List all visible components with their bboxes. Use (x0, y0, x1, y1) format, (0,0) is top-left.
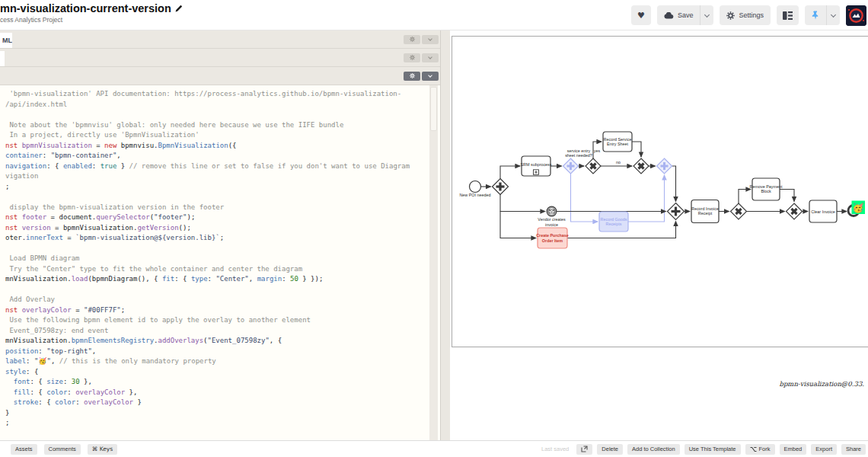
code-line[interactable]: In a project, directly use 'BpmnVisualiz… (5, 130, 429, 141)
code-line[interactable]: mnVisualization.bpmnElementsRegistry.add… (5, 336, 429, 347)
code-line[interactable]: nst footer = document.querySelector("foo… (5, 213, 429, 223)
exclusive-gateway-merge-1[interactable] (633, 158, 649, 174)
pin-menu-button[interactable] (826, 5, 840, 25)
tab-html[interactable]: ML (0, 33, 12, 48)
code-scrollbar[interactable] (429, 85, 438, 440)
editor-settings-button-html[interactable] (404, 35, 420, 44)
code-line[interactable]: nst bpmnVisualization = new bpmnvisu.Bpm… (5, 141, 429, 152)
pen-title-block: mn-visualization-current-version cess An… (0, 2, 183, 24)
delete-button[interactable]: Delete (597, 444, 623, 455)
code-line[interactable]: Event_07598zy: end event (5, 326, 429, 337)
comments-button[interactable]: Comments (44, 444, 81, 455)
task-record-invoice-receipt[interactable]: Record Invoice Receipt (691, 200, 719, 223)
exclusive-gateway-merge-2[interactable] (787, 203, 803, 219)
like-button[interactable]: ♥ (631, 5, 651, 25)
code-line[interactable]: Add Overlay (5, 295, 429, 305)
parallel-gateway-split[interactable] (493, 179, 509, 195)
code-line[interactable]: font: { size: 30 }, (5, 377, 429, 388)
code-line[interactable]: display the bpmn-visualization version i… (5, 203, 429, 213)
version-footer: bpmn-visualization@0.33. (779, 380, 864, 388)
start-event[interactable]: New POI needed (459, 181, 490, 198)
code-line[interactable]: navigation: { enabled: true } // remove … (5, 161, 429, 172)
editor-header-css (0, 49, 440, 67)
task-remove-payment-block[interactable]: Remove Payment Block (750, 178, 783, 200)
code-line[interactable]: Load BPMN diagram (5, 254, 429, 264)
code-editor[interactable]: 'bpmn-visualization' API documentation: … (0, 85, 429, 440)
code-line[interactable]: style: { (5, 367, 429, 378)
code-line[interactable]: nst overlayColor = "#00FF7F"; (5, 305, 429, 316)
editor-settings-button-js[interactable] (404, 72, 420, 81)
code-line[interactable]: 'bpmn-visualization' API documentation: … (5, 89, 429, 100)
task-record-goods-receipts[interactable]: Record Goods Receipts (599, 212, 628, 232)
keys-button[interactable]: ⌘ Keys (88, 444, 117, 455)
add-to-collection-button[interactable]: Add to Collection (627, 444, 680, 455)
code-line[interactable]: ; (5, 418, 429, 429)
code-line[interactable]: container: "bpmn-container", (5, 151, 429, 161)
save-button[interactable]: Save (657, 5, 700, 25)
code-line[interactable]: vigation (5, 171, 429, 182)
task-label-line1: Remove Payment (750, 184, 783, 189)
pin-button[interactable] (805, 5, 826, 25)
export-button[interactable]: Export (811, 444, 837, 455)
task-label-line1: Record Service (604, 137, 632, 142)
code-line[interactable]: ; (5, 182, 429, 193)
code-line[interactable]: Note about the 'bpmnvisu' global: only n… (5, 120, 429, 131)
assets-button[interactable]: Assets (11, 444, 37, 455)
code-line[interactable]: Use the following bpmn element id to app… (5, 315, 429, 326)
save-menu-button[interactable] (700, 5, 713, 25)
external-link-icon (581, 446, 588, 452)
pen-title: mn-visualization-current-version (0, 2, 171, 14)
tab-css[interactable] (0, 51, 5, 66)
cloud-icon (664, 12, 674, 19)
save-label: Save (678, 11, 694, 19)
code-line[interactable]: stroke: { color: overlayColor } (5, 398, 429, 408)
settings-button[interactable]: Settings (720, 5, 771, 25)
avatar[interactable] (846, 5, 866, 26)
parallel-gateway-merge[interactable] (668, 203, 685, 220)
code-line[interactable]: } (5, 408, 429, 419)
code-line[interactable] (5, 110, 429, 120)
code-line[interactable]: oter.innerText = `bpmn-visualization@${v… (5, 233, 429, 244)
parallel-gateway-lavender-split[interactable] (563, 158, 579, 174)
code-line[interactable]: nst version = bpmnVisualization.getVersi… (5, 223, 429, 234)
exclusive-gateway-split-2[interactable] (731, 203, 747, 219)
editor-settings-button-css[interactable] (404, 53, 420, 62)
task-srm-subprocess[interactable]: SRM subprocess (520, 156, 551, 176)
task-label-line1: Record Invoice (691, 206, 719, 211)
embed-button[interactable]: Embed (780, 444, 807, 455)
task-record-service-entry-sheet[interactable]: Record Service Entry Sheet (603, 132, 632, 152)
scrollbar-thumb[interactable] (430, 87, 437, 131)
overlay-emoji: 🥳 (853, 202, 864, 213)
code-line[interactable] (5, 244, 429, 254)
code-line[interactable]: Try the "Center" type to fit the whole c… (5, 264, 429, 275)
event-label-line2: invoice (545, 222, 558, 227)
editor-collapse-button-js[interactable] (422, 72, 439, 81)
code-line[interactable]: /api/index.html (5, 100, 429, 110)
code-line[interactable] (5, 192, 429, 203)
share-button[interactable]: Share (841, 444, 866, 455)
editor-collapse-button-css[interactable] (422, 53, 439, 62)
code-line[interactable]: mnVisualization.load(bpmnDiagram(), { fi… (5, 274, 429, 285)
change-view-button[interactable] (777, 5, 799, 25)
task-clear-invoice[interactable]: Clear Invoice (809, 200, 837, 222)
gear-icon (410, 37, 415, 42)
editor-collapse-button-html[interactable] (422, 35, 439, 44)
overlay-badge[interactable]: 🥳 (852, 201, 866, 215)
code-line[interactable]: fill: { color: overlayColor }, (5, 388, 429, 398)
task-create-purchase-order-item[interactable]: Create Purchase Order Item (536, 228, 569, 248)
edit-pencil-icon[interactable] (175, 5, 183, 12)
pen-subtitle: cess Analytics Project (0, 16, 183, 24)
use-this-template-button[interactable]: Use This Template (685, 444, 741, 455)
code-line[interactable] (5, 285, 429, 296)
code-line[interactable]: position: "top-right", (5, 347, 429, 357)
code-line[interactable]: label: "🥳", // this is the only mandator… (5, 356, 429, 367)
save-split-button: Save (657, 5, 714, 25)
message-catch-event[interactable]: Vendor creates invoice (538, 206, 566, 226)
task-label-line2: Order Item (542, 238, 563, 243)
panel-divider[interactable] (440, 30, 450, 440)
top-header: mn-visualization-current-version cess An… (0, 0, 868, 30)
fork-button[interactable]: Fork (745, 444, 775, 455)
bpmn-diagram-container[interactable]: New POI needed SRM subprocess (452, 36, 868, 347)
open-live-view-button[interactable] (576, 444, 592, 455)
parallel-gateway-lavender-merge[interactable] (657, 158, 672, 174)
